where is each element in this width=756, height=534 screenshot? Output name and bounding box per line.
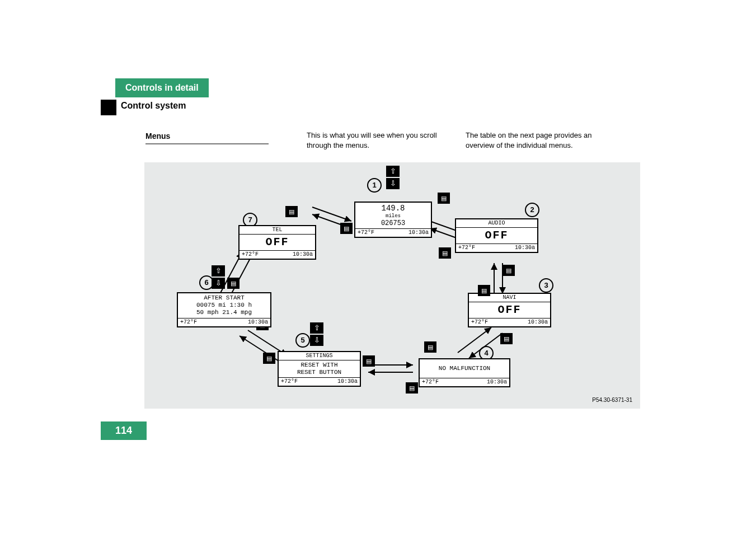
screen-malfunction: NO MALFUNCTION +72°F10:30a <box>419 358 510 387</box>
screen-audio: AUDIO OFF +72°F10:30a <box>455 218 538 253</box>
menu-cycle-diagram: ⇧ ⇩ 1 149.8 miles 026753 +72°F10:30a ▤ ▤… <box>144 162 640 409</box>
settings-line1: RESET WITH <box>280 362 359 369</box>
status-time: 10:30a <box>528 319 548 326</box>
system-icon: ▤ <box>340 223 353 234</box>
system-icon: ▤ <box>263 353 275 364</box>
system-icon: ▤ <box>227 278 240 289</box>
system-icon: ▤ <box>439 247 451 259</box>
screen-tel: TEL OFF +72°F10:30a <box>238 225 316 260</box>
figure-code: P54.30-6371-31 <box>592 397 632 403</box>
screen-main: OFF <box>456 228 537 243</box>
trip-line3: 50 mph 21.4 mpg <box>179 309 269 316</box>
status-time: 10:30a <box>337 378 358 385</box>
status-time: 10:30a <box>487 379 507 386</box>
system-icon: ▤ <box>438 193 450 204</box>
down-arrow-icon: ⇩ <box>212 278 225 289</box>
screen-navi: NAVI OFF +72°F10:30a <box>468 293 551 327</box>
status-temp: +72°F <box>180 319 197 326</box>
status-time: 10:30a <box>515 245 535 251</box>
side-tab <box>101 100 116 115</box>
trip-value: 149.8 <box>356 204 430 213</box>
page-number: 114 <box>101 421 147 440</box>
status-time: 10:30a <box>408 229 429 236</box>
up-arrow-icon: ⇧ <box>310 322 323 334</box>
status-temp: +72°F <box>358 229 374 236</box>
trip-line2: 00075 mi 1:30 h <box>179 302 269 309</box>
system-icon: ▤ <box>285 206 298 217</box>
intro-text-2: The table on the next page provides an o… <box>466 130 611 150</box>
screen-header: SETTINGS <box>279 352 360 360</box>
screen-header: TEL <box>240 226 315 235</box>
screen-header: AUDIO <box>456 219 537 228</box>
callout-2: 2 <box>525 203 539 217</box>
intro-text-1: This is what you will see when you scrol… <box>307 130 441 150</box>
trip-unit: miles <box>356 213 430 219</box>
status-time: 10:30a <box>248 319 268 326</box>
system-icon: ▤ <box>503 265 515 276</box>
down-arrow-icon: ⇩ <box>386 178 400 189</box>
up-arrow-icon: ⇧ <box>212 265 225 277</box>
status-temp: +72°F <box>471 319 488 326</box>
callout-1: 1 <box>367 178 382 193</box>
chapter-tab: Controls in detail <box>115 78 209 97</box>
screen-main-odo: 149.8 miles 026753 +72°F10:30a <box>354 202 432 238</box>
screen-main: NO MALFUNCTION <box>420 359 509 378</box>
status-temp: +72°F <box>458 245 475 251</box>
status-temp: +72°F <box>242 251 259 258</box>
menus-heading: Menus <box>145 132 170 140</box>
up-arrow-icon: ⇧ <box>386 166 400 177</box>
system-icon: ▤ <box>363 355 375 367</box>
settings-line2: RESET BUTTON <box>280 369 359 376</box>
screen-settings: SETTINGS RESET WITH RESET BUTTON +72°F10… <box>278 351 361 387</box>
screen-main: OFF <box>240 235 315 250</box>
odometer: 026753 <box>356 219 430 227</box>
status-time: 10:30a <box>293 251 313 258</box>
system-icon: ▤ <box>500 333 513 344</box>
system-icon: ▤ <box>406 382 418 394</box>
down-arrow-icon: ⇩ <box>310 335 323 346</box>
status-temp: +72°F <box>422 379 439 386</box>
screen-trip-computer: AFTER START 00075 mi 1:30 h 50 mph 21.4 … <box>177 292 271 327</box>
heading-rule <box>145 143 269 144</box>
system-icon: ▤ <box>424 341 436 353</box>
screen-main: OFF <box>469 302 550 318</box>
section-title: Control system <box>121 101 186 111</box>
svg-line-0 <box>312 207 351 221</box>
system-icon: ▤ <box>478 285 490 296</box>
callout-3: 3 <box>539 278 553 293</box>
callout-5: 5 <box>295 333 310 348</box>
trip-line1: AFTER START <box>179 294 269 302</box>
status-temp: +72°F <box>281 378 298 385</box>
